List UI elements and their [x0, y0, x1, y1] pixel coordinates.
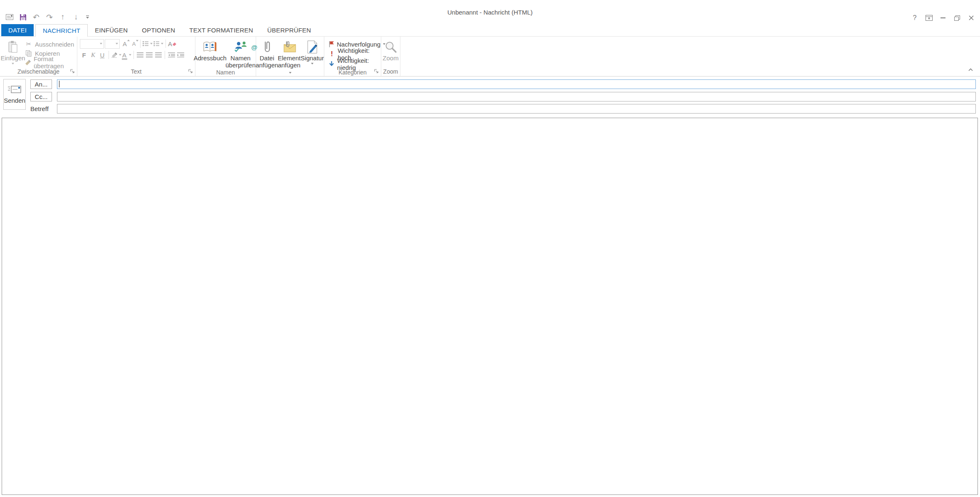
send-icon [7, 85, 22, 94]
tab-text-formatieren[interactable]: TEXT FORMATIEREN [182, 24, 260, 36]
text-cursor [59, 81, 59, 87]
close-button[interactable] [965, 12, 978, 23]
attach-file-button[interactable]: Datei anfügen [257, 39, 277, 76]
magnifier-icon [385, 40, 397, 54]
outlook-message-window: ↶ ↷ ↑ ↓ Unbenannt - Nachricht (HTML) ? [0, 0, 980, 497]
send-label: Senden [4, 97, 25, 104]
ribbon-tab-bar: DATEI NACHRICHT EINFÜGEN OPTIONEN TEXT F… [0, 24, 980, 37]
address-book-icon [203, 40, 217, 54]
group-text: A A A [77, 37, 195, 76]
shrink-font-button[interactable]: A [130, 39, 138, 48]
clipboard-paste-icon [7, 40, 18, 54]
customize-qat-button[interactable] [84, 12, 91, 22]
follow-up-label: Nachverfolgung [337, 41, 380, 48]
tab-datei[interactable]: DATEI [1, 24, 34, 36]
help-button[interactable]: ? [908, 12, 921, 23]
grow-font-button[interactable]: A [121, 39, 129, 48]
text-group-label: Text [77, 67, 195, 76]
paste-button[interactable]: Einfügen [2, 39, 24, 67]
clipboard-group-label: Zwischenablage [0, 67, 77, 76]
title-bar: ↶ ↷ ↑ ↓ Unbenannt - Nachricht (HTML) ? [0, 0, 980, 24]
message-header: Senden An... Cc... Betreff [0, 77, 980, 117]
tags-dialog-launcher[interactable] [373, 68, 379, 74]
group-clipboard: Einfügen ✂ Ausschneiden Kopieren [0, 37, 77, 76]
tab-nachricht[interactable]: NACHRICHT [35, 24, 88, 37]
cut-button[interactable]: ✂ Ausschneiden [24, 40, 76, 49]
group-include: Datei anfügen Element anfügen Signatur E… [256, 37, 324, 76]
font-color-button[interactable]: A [122, 50, 131, 59]
increase-indent-button[interactable] [176, 50, 185, 59]
subject-input[interactable] [57, 104, 976, 114]
collapse-ribbon-button[interactable] [966, 66, 975, 73]
quick-access-toolbar: ↶ ↷ ↑ ↓ [4, 11, 91, 23]
signature-button[interactable]: Signatur [301, 39, 323, 76]
redo-button[interactable]: ↷ [44, 12, 55, 22]
highlight-button[interactable] [111, 50, 121, 59]
tab-einfuegen[interactable]: EINFÜGEN [88, 24, 135, 36]
tab-optionen[interactable]: OPTIONEN [135, 24, 182, 36]
importance-low-button[interactable]: Wichtigkeit: niedrig [328, 59, 380, 69]
check-names-icon [234, 40, 248, 54]
restore-button[interactable] [951, 12, 963, 23]
italic-button[interactable]: K [89, 50, 97, 59]
to-button[interactable]: An... [30, 79, 52, 89]
font-size-combobox[interactable] [105, 39, 120, 49]
subject-label: Betreff [30, 105, 49, 112]
flag-icon [328, 40, 334, 48]
align-center-button[interactable] [145, 50, 153, 59]
zoom-button[interactable]: Zoom [382, 39, 399, 67]
align-right-button[interactable] [154, 50, 163, 59]
paste-dropdown-icon [12, 63, 14, 64]
to-input[interactable] [57, 79, 976, 89]
copy-icon [25, 49, 32, 57]
ribbon: Einfügen ✂ Ausschneiden Kopieren [0, 37, 980, 77]
minimize-button[interactable] [937, 12, 949, 23]
message-body-editor[interactable] [2, 118, 978, 495]
zoom-group-label: Zoom [381, 67, 400, 76]
bold-button[interactable]: F [80, 50, 88, 59]
window-title: Unbenannt - Nachricht (HTML) [125, 0, 855, 24]
signature-label: Signatur [301, 54, 324, 62]
scissors-icon: ✂ [25, 40, 32, 48]
ribbon-empty-area [400, 37, 980, 76]
check-names-label: Namen überprüfen @ [225, 54, 256, 69]
address-book-button[interactable]: Adressbuch [195, 39, 225, 69]
cc-button[interactable]: Cc... [30, 92, 52, 101]
attach-item-button[interactable]: Element anfügen [278, 39, 301, 76]
attach-file-label: Datei anfügen [256, 54, 278, 69]
message-window-icon [4, 12, 15, 22]
next-item-button[interactable]: ↓ [71, 12, 81, 22]
attach-item-icon [282, 40, 296, 54]
font-size-dropdown-icon [116, 43, 118, 45]
cc-input[interactable] [57, 92, 976, 101]
previous-item-button[interactable]: ↑ [57, 12, 68, 22]
font-name-combobox[interactable] [80, 39, 104, 49]
underline-button[interactable]: U [98, 50, 106, 59]
down-arrow-icon [328, 60, 335, 68]
decrease-indent-button[interactable] [167, 50, 175, 59]
signature-dropdown-icon [311, 63, 314, 64]
zoom-label: Zoom [383, 54, 398, 62]
text-dialog-launcher[interactable] [188, 68, 193, 74]
check-names-button[interactable]: Namen überprüfen @ [225, 39, 256, 69]
clear-formatting-button[interactable]: A [168, 39, 177, 48]
signature-icon [306, 40, 318, 54]
send-button[interactable]: Senden [3, 79, 26, 110]
ribbon-display-options-button[interactable] [923, 12, 935, 23]
clipboard-dialog-launcher[interactable] [69, 68, 75, 74]
align-left-button[interactable] [136, 50, 144, 59]
numbering-button[interactable] [153, 39, 163, 48]
group-zoom: Zoom Zoom [381, 37, 400, 76]
tab-ueberpruefen[interactable]: ÜBERPRÜFEN [260, 24, 318, 36]
undo-button[interactable]: ↶ [31, 12, 42, 22]
names-group-label: Namen [195, 69, 256, 76]
group-tags: Nachverfolgung ! Wichtigkeit: hoch Wicht… [324, 37, 381, 76]
save-button[interactable] [17, 12, 28, 22]
bullets-button[interactable] [143, 39, 153, 48]
format-painter-button[interactable]: Format übertragen [24, 58, 76, 67]
address-book-label: Adressbuch [194, 54, 227, 62]
tags-group-label: Kategorien [324, 69, 381, 76]
window-controls: ? [908, 12, 978, 23]
exclamation-icon: ! [328, 50, 335, 58]
group-names: Adressbuch Namen überprüfen @ Namen [195, 37, 256, 76]
